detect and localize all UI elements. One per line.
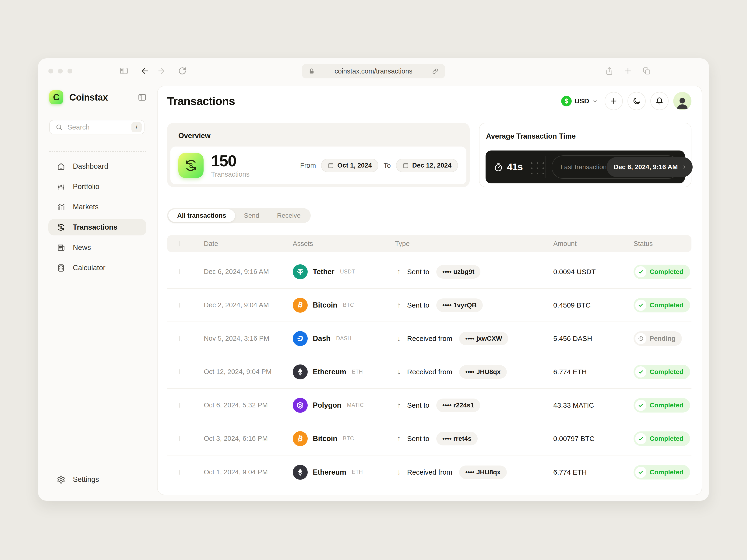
back-icon[interactable] [140,66,150,76]
share-icon[interactable] [605,66,614,75]
address-pill[interactable]: •••• jxwCXW [459,332,508,345]
address-pill[interactable]: •••• r224s1 [436,399,480,412]
tab-all-transactions[interactable]: All transactions [168,209,235,222]
transaction-row[interactable]: Oct 3, 2024, 6:16 PM Bitcoin BTC ↑ Sent … [167,422,691,455]
forward-icon[interactable] [157,66,166,76]
arrow-up-icon: ↑ [395,301,403,310]
type-label: Sent to [407,301,429,309]
tab-send[interactable]: Send [235,209,268,222]
moon-icon [633,97,641,105]
search-input[interactable] [67,123,131,131]
overview-card: Overview $ 150 Transactions From Oct 1, … [167,123,470,187]
status-icon [638,336,644,342]
status-label: Completed [650,268,684,275]
row-checkbox[interactable] [179,436,180,441]
notifications-button[interactable] [650,92,669,110]
asset-ticker: MATIC [347,402,364,408]
row-checkbox[interactable] [179,403,180,408]
sidebar-item-transactions[interactable]: $ Transactions [48,219,146,235]
window-dot[interactable] [58,69,63,74]
transaction-date: Oct 6, 2024, 5:32 PM [204,401,293,409]
tabs-overview-icon[interactable] [642,66,651,75]
add-button[interactable] [604,92,623,110]
sidebar-item-calculator[interactable]: Calculator [48,260,146,276]
row-checkbox[interactable] [179,470,180,475]
brand-name: Coinstax [69,92,108,103]
window-controls[interactable] [48,69,72,74]
sidebar-collapse-icon[interactable] [137,92,147,102]
divider [545,156,546,178]
asset-ticker: BTC [343,435,354,442]
transaction-date: Oct 1, 2024, 9:04 PM [204,468,293,476]
chevron-down-icon [592,98,598,104]
stopwatch-icon [493,162,503,172]
new-tab-icon[interactable] [623,66,633,75]
asset-name: Dash [313,335,331,343]
search-shortcut-badge: / [131,122,142,132]
address-pill[interactable]: •••• JHU8qx [459,365,507,379]
to-date-picker[interactable]: Dec 12, 2024 [396,159,458,172]
transaction-date: Oct 3, 2024, 6:16 PM [204,435,293,443]
transaction-row[interactable]: Dec 6, 2024, 9:16 AM Tether USDT ↑ Sent … [167,255,691,289]
transaction-date: Dec 2, 2024, 9:04 AM [204,301,293,309]
status-badge: Completed [634,365,690,379]
address-pill[interactable]: •••• uzbg9t [436,265,481,278]
app: C Coinstax / Dashboard Portfolio Markets… [38,83,709,501]
window-dot[interactable] [48,69,53,74]
status-icon [638,469,644,475]
transaction-amount: 6.774 ETH [553,468,634,476]
home-icon [57,162,66,171]
svg-text:$: $ [60,225,62,229]
asset-ticker: DASH [336,335,352,342]
transaction-row[interactable]: Oct 1, 2024, 9:04 PM Ethereum ETH ↓ Rece… [167,455,691,489]
row-checkbox[interactable] [179,369,180,374]
bitcoin-coin-icon [293,298,308,313]
transaction-row[interactable]: Nov 5, 2024, 3:16 PM Dash DASH ↓ Receive… [167,322,691,355]
row-checkbox[interactable] [179,336,180,341]
select-all-checkbox[interactable] [179,241,180,246]
type-label: Received from [407,468,452,476]
status-icon [638,369,644,375]
calculator-icon [57,264,66,272]
address-pill[interactable]: •••• JHU8qx [459,465,507,479]
status-icon [638,436,644,442]
transaction-row[interactable]: Oct 12, 2024, 9:04 PM Ethereum ETH ↓ Rec… [167,355,691,389]
overview-title: Overview [178,132,211,140]
avg-time-title: Average Transaction Time [486,132,576,140]
browser-sidebar-icon[interactable] [119,66,129,76]
transaction-row[interactable]: Dec 2, 2024, 9:04 AM Bitcoin BTC ↑ Sent … [167,289,691,322]
polygon-coin-icon [293,398,308,413]
reload-icon[interactable] [178,66,187,76]
address-pill[interactable]: •••• 1vyrQB [436,298,483,312]
status-badge: Pending [634,331,682,346]
avatar[interactable] [673,92,691,110]
window-dot[interactable] [68,69,72,74]
asset-name: Polygon [313,401,341,409]
from-date-picker[interactable]: Oct 1, 2024 [321,159,379,172]
svg-text:$: $ [189,162,192,169]
theme-toggle-button[interactable] [627,92,646,110]
markets-icon [57,203,66,211]
sidebar-item-markets[interactable]: Markets [48,199,146,215]
currency-selector[interactable]: $ USD [561,96,598,106]
sidebar-item-dashboard[interactable]: Dashboard [48,158,146,175]
transaction-row[interactable]: Oct 6, 2024, 5:32 PM Polygon MATIC ↑ Sen… [167,389,691,422]
last-transaction-date-button[interactable]: Dec 6, 2024, 9:16 AM [607,157,693,177]
status-badge: Completed [634,398,690,412]
sidebar-item-portfolio[interactable]: Portfolio [48,179,146,195]
plus-icon [610,97,618,105]
address-pill[interactable]: •••• rret4s [436,432,478,446]
row-checkbox[interactable] [179,269,180,274]
column-header-assets: Assets [293,240,395,247]
link-icon[interactable] [432,68,439,75]
search-box[interactable]: / [49,120,145,134]
arrow-up-icon: ↑ [395,267,403,276]
tab-receive[interactable]: Receive [268,209,309,222]
address-bar[interactable]: coinstax.com/transactions [302,64,445,78]
transaction-amount: 0.00797 BTC [553,435,634,443]
sidebar-item-news[interactable]: News [48,239,146,256]
row-checkbox[interactable] [179,303,180,308]
asset-ticker: USDT [340,269,355,275]
type-label: Sent to [407,435,429,443]
sidebar-item-settings[interactable]: Settings [48,471,146,488]
